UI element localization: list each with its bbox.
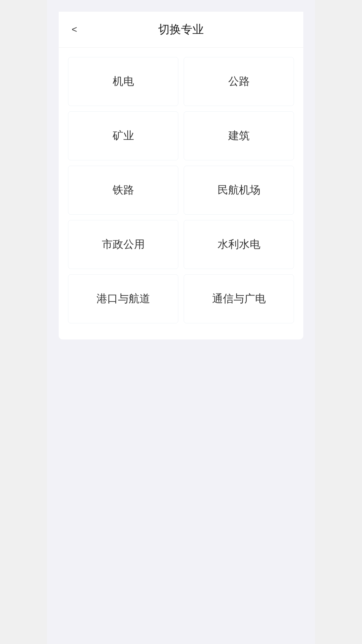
specialty-label-minhang: 民航机场 bbox=[218, 183, 260, 198]
specialty-item-tielu[interactable]: 铁路 bbox=[68, 166, 178, 215]
specialty-label-tielu: 铁路 bbox=[113, 183, 134, 198]
specialty-label-kuangye: 矿业 bbox=[113, 128, 134, 143]
main-content: < 切换专业 机电 公路 矿业 建筑 铁路 民航机场 bbox=[59, 12, 303, 339]
specialty-item-gangkou[interactable]: 港口与航道 bbox=[68, 274, 178, 323]
specialty-label-shizheng: 市政公用 bbox=[102, 237, 145, 252]
specialty-label-jianzhu: 建筑 bbox=[228, 128, 250, 143]
back-button[interactable]: < bbox=[67, 22, 82, 37]
specialty-label-gonglu: 公路 bbox=[228, 74, 250, 89]
specialty-item-kuangye[interactable]: 矿业 bbox=[68, 111, 178, 160]
specialty-label-jidian: 机电 bbox=[113, 74, 134, 89]
specialty-item-shuili[interactable]: 水利水电 bbox=[184, 220, 294, 269]
specialty-item-minhang[interactable]: 民航机场 bbox=[184, 166, 294, 215]
page-title: 切换专业 bbox=[158, 22, 204, 37]
specialty-item-jianzhu[interactable]: 建筑 bbox=[184, 111, 294, 160]
specialty-item-jidian[interactable]: 机电 bbox=[68, 57, 178, 106]
header: < 切换专业 bbox=[59, 12, 303, 48]
specialty-label-shuili: 水利水电 bbox=[218, 237, 260, 252]
back-icon: < bbox=[72, 24, 77, 35]
specialty-label-gangkou: 港口与航道 bbox=[97, 291, 150, 306]
app-container: < 切换专业 机电 公路 矿业 建筑 铁路 民航机场 bbox=[47, 0, 315, 644]
specialty-label-tongxin: 通信与广电 bbox=[212, 291, 266, 306]
specialty-grid: 机电 公路 矿业 建筑 铁路 民航机场 市政公用 水利水电 bbox=[59, 48, 303, 333]
specialty-item-gonglu[interactable]: 公路 bbox=[184, 57, 294, 106]
specialty-item-shizheng[interactable]: 市政公用 bbox=[68, 220, 178, 269]
specialty-item-tongxin[interactable]: 通信与广电 bbox=[184, 274, 294, 323]
